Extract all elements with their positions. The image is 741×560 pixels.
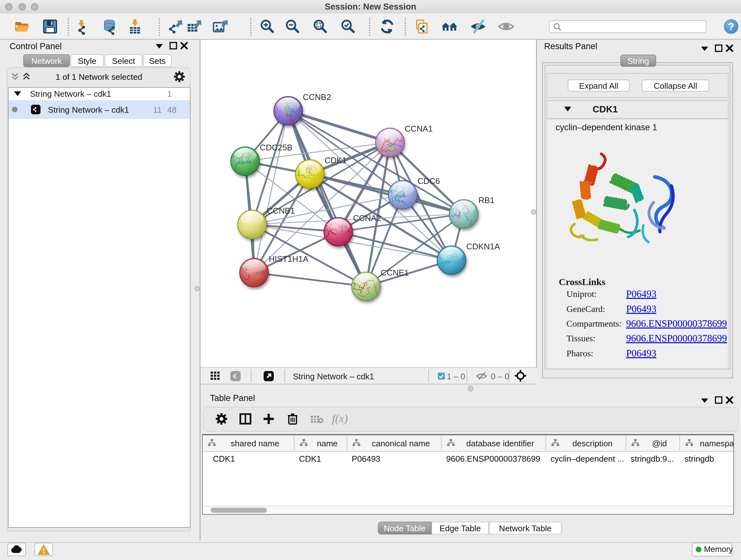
svg-text:CDC6: CDC6 <box>417 176 440 186</box>
svg-text:CCNA2: CCNA2 <box>353 213 381 223</box>
svg-text:RB1: RB1 <box>478 195 495 205</box>
svg-text:CCNB2: CCNB2 <box>303 92 331 102</box>
svg-text:CCNE1: CCNE1 <box>381 268 409 277</box>
svg-text:CCNB1: CCNB1 <box>267 206 295 215</box>
svg-text:CDC25B: CDC25B <box>260 143 293 152</box>
svg-text:CDKN1A: CDKN1A <box>466 242 500 251</box>
svg-text:CCNA1: CCNA1 <box>405 124 433 133</box>
svg-text:HIST1H1A: HIST1H1A <box>269 254 309 264</box>
svg-text:CDK1: CDK1 <box>325 155 347 165</box>
